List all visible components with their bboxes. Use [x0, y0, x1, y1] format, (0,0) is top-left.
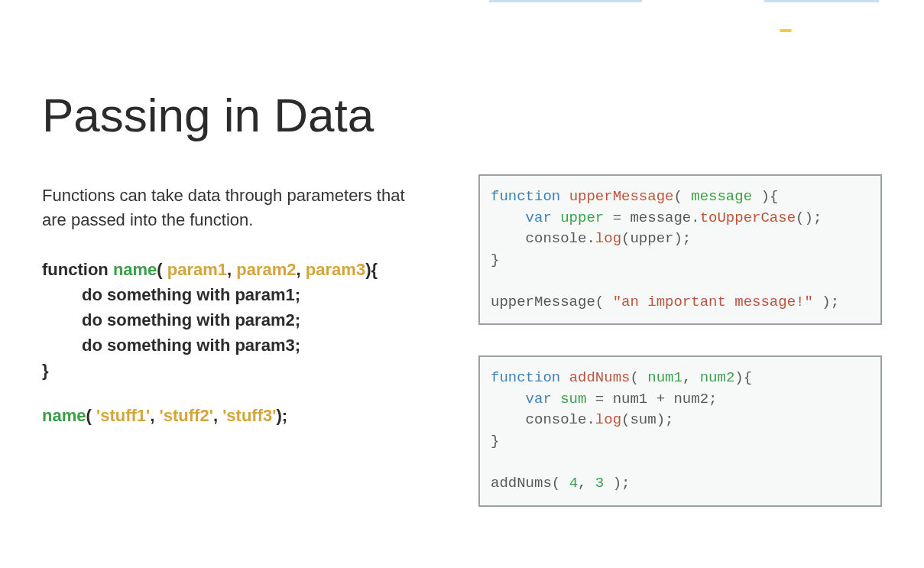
param1: param1 — [167, 260, 227, 279]
call-line: name( 'stuff1', 'stuff2', 'stuff3'); — [42, 406, 410, 426]
right-column: function upperMessage( message ){ var up… — [478, 84, 882, 507]
arg3: 'stuff3' — [222, 406, 276, 425]
call-name: name — [42, 406, 86, 425]
code-example-addnums: function addNums( num1, num2){ var sum =… — [478, 355, 882, 506]
pseudo-line-1: function name( param1, param2, param3){ — [42, 257, 410, 282]
pseudo-code-block: function name( param1, param2, param3){ … — [42, 257, 410, 383]
arg1: 'stuff1' — [96, 406, 150, 425]
param2: param2 — [236, 260, 296, 279]
left-column: Functions can take data through paramete… — [42, 84, 410, 507]
decorative-mark — [780, 29, 792, 32]
pseudo-body-2: do something with param2; — [42, 307, 410, 333]
pseudo-body-3: do something with param3; — [42, 333, 410, 358]
param3: param3 — [306, 260, 365, 279]
pseudo-body-1: do something with param1; — [42, 282, 410, 307]
pseudo-end: } — [42, 358, 410, 383]
decorative-bar — [489, 0, 642, 2]
arg2: 'stuff2' — [160, 406, 213, 425]
function-name: name — [113, 260, 157, 279]
slide-body: Functions can take data through paramete… — [0, 0, 924, 537]
slide-title: Passing in Data — [42, 88, 374, 142]
code-example-upper: function upperMessage( message ){ var up… — [478, 174, 882, 325]
description-text: Functions can take data through paramete… — [42, 183, 410, 232]
decorative-bar — [764, 0, 879, 2]
